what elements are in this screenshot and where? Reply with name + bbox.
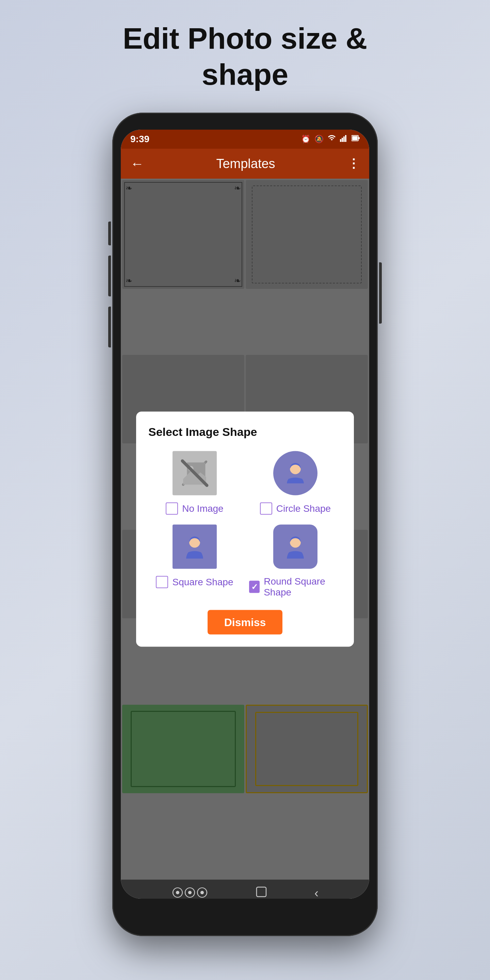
shape-option-round-square[interactable]: ✓ Round Square Shape <box>249 523 342 598</box>
wifi-icon <box>328 134 336 144</box>
svg-rect-6 <box>352 136 358 140</box>
power-button <box>379 262 382 324</box>
circle-shape-label: Circle Shape <box>276 503 331 514</box>
checkmark-icon: ✓ <box>251 582 258 592</box>
app-bar-title: Templates <box>152 156 339 171</box>
select-shape-dialog: Select Image Shape <box>136 412 354 647</box>
svg-rect-16 <box>256 887 266 897</box>
back-nav-icon[interactable]: ‹ <box>314 886 318 899</box>
square-shape-preview <box>171 523 218 571</box>
battery-icon <box>352 134 360 144</box>
shape-option-square[interactable]: Square Shape <box>148 523 241 598</box>
circle-shape-preview <box>272 450 319 497</box>
phone-screen: 9:39 ⏰ 🔕 <box>121 130 369 899</box>
volume-down-button <box>108 256 111 296</box>
svg-rect-2 <box>343 137 345 142</box>
status-bar: 9:39 ⏰ 🔕 <box>121 130 369 149</box>
square-shape-label-row[interactable]: Square Shape <box>156 576 233 588</box>
mute-icon: 🔕 <box>314 135 324 143</box>
shape-option-no-image[interactable]: No Image <box>148 450 241 515</box>
svg-rect-1 <box>342 138 343 142</box>
square-shape-label: Square Shape <box>172 577 233 588</box>
no-image-preview <box>171 450 218 497</box>
volume-up-button <box>108 221 111 245</box>
svg-rect-0 <box>340 139 341 142</box>
app-bar: ← Templates ⋮ <box>121 149 369 179</box>
svg-rect-5 <box>358 137 360 139</box>
back-button[interactable]: ← <box>130 156 144 172</box>
recent-apps-icon[interactable]: ⦿⦿⦿ <box>172 886 208 899</box>
dialog-title: Select Image Shape <box>148 425 342 439</box>
alarm-icon: ⏰ <box>301 135 310 143</box>
home-icon[interactable] <box>255 886 267 899</box>
circle-shape-checkbox[interactable] <box>260 503 272 515</box>
svg-rect-3 <box>345 135 347 142</box>
menu-button[interactable]: ⋮ <box>347 156 360 171</box>
status-icons: ⏰ 🔕 <box>301 134 360 144</box>
no-image-label-row[interactable]: No Image <box>166 503 223 515</box>
shape-grid: No Image <box>148 450 342 598</box>
no-image-checkbox[interactable] <box>166 503 178 515</box>
round-square-shape-label-row[interactable]: ✓ Round Square Shape <box>249 576 342 598</box>
dismiss-button[interactable]: Dismiss <box>208 610 282 635</box>
square-shape-checkbox[interactable] <box>156 576 168 588</box>
status-time: 9:39 <box>130 134 150 145</box>
bottom-nav: ⦿⦿⦿ ‹ <box>121 880 369 899</box>
camera-button <box>108 307 111 347</box>
shape-option-circle[interactable]: Circle Shape <box>249 450 342 515</box>
round-square-shape-checkbox[interactable]: ✓ <box>249 581 259 593</box>
no-image-label: No Image <box>182 503 223 514</box>
round-square-shape-preview <box>272 523 319 571</box>
page-title: Edit Photo size & shape <box>123 21 368 92</box>
signal-icon <box>340 134 347 144</box>
round-square-shape-label: Round Square Shape <box>264 576 342 598</box>
content-area: ❧ ❧ ❧ ❧ Se <box>121 179 369 880</box>
circle-shape-label-row[interactable]: Circle Shape <box>260 503 331 515</box>
phone-frame: 9:39 ⏰ 🔕 <box>112 113 378 936</box>
